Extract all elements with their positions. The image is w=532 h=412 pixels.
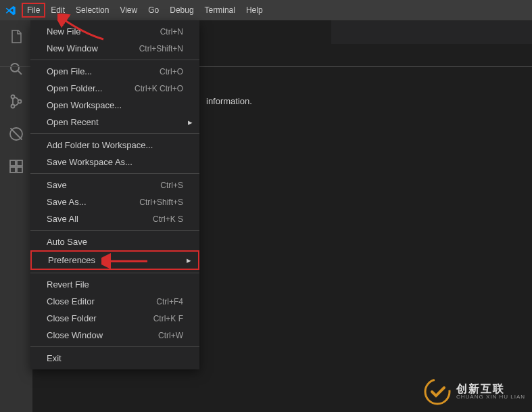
separator bbox=[30, 273, 199, 273]
svg-point-0 bbox=[11, 64, 19, 72]
debug-icon[interactable] bbox=[7, 124, 26, 143]
chevron-right-icon: ▸ bbox=[187, 255, 191, 265]
menu-close-window[interactable]: Close WindowCtrl+W bbox=[30, 327, 199, 344]
menu-new-window[interactable]: New WindowCtrl+Shift+N bbox=[30, 40, 199, 57]
annotation-arrow-icon bbox=[101, 252, 149, 269]
separator bbox=[30, 173, 199, 174]
annotation-arrow-icon bbox=[57, 14, 105, 41]
menu-add-folder-workspace[interactable]: Add Folder to Workspace... bbox=[30, 137, 199, 154]
menu-save-all[interactable]: Save AllCtrl+K S bbox=[30, 210, 199, 227]
menu-open-recent[interactable]: Open Recent▸ bbox=[30, 114, 199, 131]
source-control-icon[interactable] bbox=[7, 92, 26, 111]
watermark-logo-icon bbox=[424, 378, 451, 405]
menu-save[interactable]: SaveCtrl+S bbox=[30, 177, 199, 193]
watermark-en: CHUANG XIN HU LIAN bbox=[456, 394, 525, 400]
menu-save-workspace-as[interactable]: Save Workspace As... bbox=[30, 154, 199, 170]
menu-file[interactable]: File bbox=[22, 3, 45, 18]
watermark-cn: 创新互联 bbox=[456, 383, 525, 395]
chevron-right-icon: ▸ bbox=[188, 117, 193, 127]
menu-auto-save[interactable]: Auto Save bbox=[30, 233, 199, 250]
menu-open-workspace[interactable]: Open Workspace... bbox=[30, 97, 199, 114]
svg-point-2 bbox=[11, 105, 15, 108]
menu-new-file[interactable]: New FileCtrl+N bbox=[30, 23, 199, 40]
separator bbox=[30, 230, 199, 231]
svg-rect-7 bbox=[17, 167, 22, 173]
file-dropdown: New FileCtrl+N New WindowCtrl+Shift+N Op… bbox=[30, 20, 199, 369]
info-text: information. bbox=[206, 96, 252, 106]
menu-close-editor[interactable]: Close EditorCtrl+F4 bbox=[30, 293, 199, 310]
vscode-icon bbox=[5, 5, 16, 16]
svg-rect-6 bbox=[10, 167, 16, 173]
svg-rect-5 bbox=[10, 160, 16, 166]
editor-area bbox=[203, 20, 532, 412]
explorer-icon[interactable] bbox=[7, 27, 26, 46]
menu-save-as[interactable]: Save As...Ctrl+Shift+S bbox=[30, 193, 199, 210]
tab-strip bbox=[203, 20, 532, 44]
separator bbox=[30, 133, 199, 134]
menu-close-folder[interactable]: Close FolderCtrl+K F bbox=[30, 310, 199, 327]
separator bbox=[30, 346, 199, 347]
menu-open-folder[interactable]: Open Folder...Ctrl+K Ctrl+O bbox=[30, 80, 199, 97]
menu-revert-file[interactable]: Revert File bbox=[30, 276, 199, 293]
activity-bar bbox=[0, 20, 32, 412]
watermark: 创新互联 CHUANG XIN HU LIAN bbox=[424, 378, 525, 405]
svg-point-1 bbox=[11, 95, 15, 99]
window-title: HTML5 - Visual Studio Code [Administrato… bbox=[133, 0, 400, 20]
svg-point-9 bbox=[425, 380, 450, 404]
separator bbox=[30, 60, 199, 60]
menu-open-file[interactable]: Open File...Ctrl+O bbox=[30, 63, 199, 80]
search-icon[interactable] bbox=[7, 60, 26, 78]
extensions-icon[interactable] bbox=[7, 157, 26, 176]
tab-active[interactable] bbox=[203, 20, 331, 44]
menu-exit[interactable]: Exit bbox=[30, 350, 199, 367]
svg-rect-8 bbox=[17, 160, 22, 166]
